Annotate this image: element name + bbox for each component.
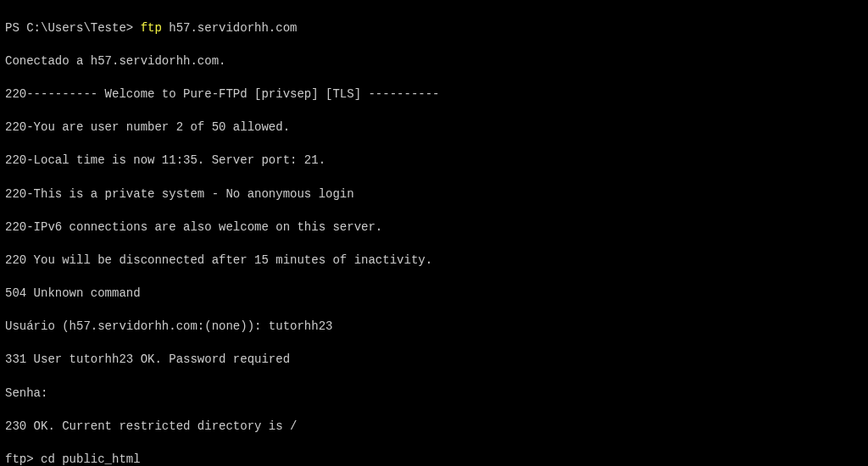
output-230-ok: 230 OK. Current restricted directory is … <box>5 419 863 435</box>
ftp-prompt-cd: ftp> cd public_html <box>5 452 863 466</box>
output-senha: Senha: <box>5 386 863 402</box>
output-220-usernum: 220-You are user number 2 of 50 allowed. <box>5 119 863 136</box>
output-220-private: 220-This is a private system - No anonym… <box>5 186 863 203</box>
output-username-prompt: Usuário (h57.servidorhh.com:(none)): tut… <box>5 319 863 336</box>
output-504-unknown: 504 Unknown command <box>5 286 863 302</box>
output-220-ipv6: 220-IPv6 connections are also welcome on… <box>5 219 863 236</box>
output-220-disconnect: 220 You will be disconnected after 15 mi… <box>5 252 863 269</box>
output-220-welcome: 220---------- Welcome to Pure-FTPd [priv… <box>5 86 863 103</box>
ps-prompt: PS C:\Users\Teste> <box>5 21 141 35</box>
ftp-host-arg: h57.servidorhh.com <box>169 21 297 35</box>
terminal-output[interactable]: PS C:\Users\Teste> ftp h57.servidorhh.co… <box>5 3 863 466</box>
prompt-line-1: PS C:\Users\Teste> ftp h57.servidorhh.co… <box>5 20 863 37</box>
ftp-command: ftp <box>141 21 170 35</box>
output-331-password: 331 User tutorhh23 OK. Password required <box>5 352 863 369</box>
output-connected: Conectado a h57.servidorhh.com. <box>5 53 863 70</box>
output-220-localtime: 220-Local time is now 11:35. Server port… <box>5 153 863 169</box>
